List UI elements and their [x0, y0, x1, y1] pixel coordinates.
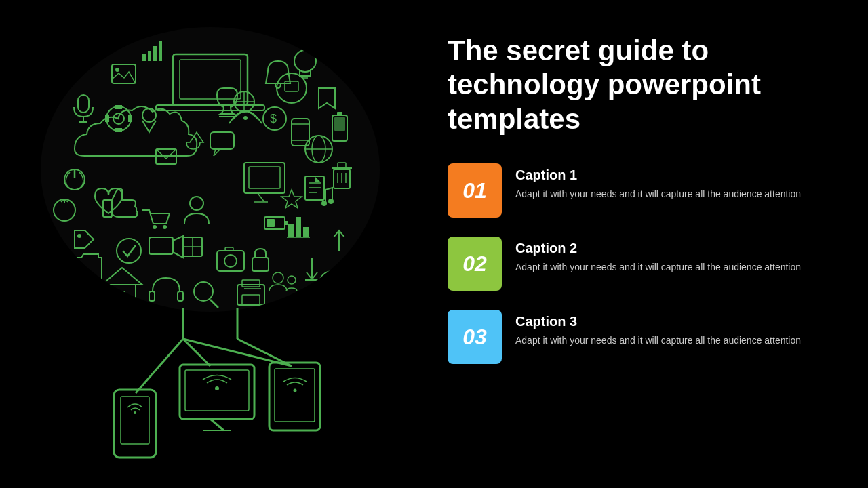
svg-point-18 [294, 389, 297, 392]
svg-rect-49 [267, 219, 275, 227]
svg-line-3 [136, 339, 183, 393]
svg-rect-65 [303, 227, 309, 237]
svg-rect-48 [285, 221, 288, 225]
caption-text-2: Caption 2Adapt it with your needs and it… [515, 237, 801, 274]
caption-title-2: Caption 2 [515, 241, 801, 256]
caption-title-3: Caption 3 [515, 314, 801, 329]
technology-cloud-illustration: .ic { fill: #4caf50; } [7, 14, 414, 474]
svg-point-71 [77, 234, 81, 238]
left-panel: .ic { fill: #4caf50; } [0, 0, 420, 488]
captions-container: 01Caption 1Adapt it with your needs and … [448, 163, 827, 383]
svg-point-101 [115, 68, 119, 72]
svg-line-82 [332, 285, 339, 288]
svg-point-1 [41, 27, 380, 312]
svg-rect-105 [159, 41, 162, 61]
svg-rect-57 [117, 291, 125, 304]
main-title: The secret guide to technology powerpoin… [448, 34, 827, 136]
svg-rect-29 [115, 105, 122, 109]
svg-line-13 [210, 419, 224, 430]
svg-rect-78 [337, 112, 342, 115]
svg-point-42 [153, 225, 157, 229]
svg-rect-104 [153, 46, 157, 61]
caption-number-3: 03 [448, 310, 502, 364]
svg-rect-103 [148, 51, 151, 61]
caption-text-1: Caption 1Adapt it with your needs and it… [515, 163, 801, 201]
svg-point-15 [215, 386, 219, 390]
right-panel: The secret guide to technology powerpoin… [420, 0, 868, 488]
svg-point-45 [321, 201, 327, 206]
svg-point-10 [134, 411, 136, 414]
caption-desc-2: Adapt it with your needs and it will cap… [515, 260, 801, 274]
caption-item-3: 03Caption 3Adapt it with your needs and … [448, 310, 827, 364]
svg-rect-30 [115, 128, 122, 132]
svg-rect-32 [128, 115, 132, 122]
caption-item-2: 02Caption 2Adapt it with your needs and … [448, 237, 827, 291]
caption-item-1: 01Caption 1Adapt it with your needs and … [448, 163, 827, 218]
caption-text-3: Caption 3Adapt it with your needs and it… [515, 310, 801, 348]
svg-point-46 [328, 199, 334, 204]
caption-number-1: 01 [448, 163, 502, 218]
caption-title-1: Caption 1 [515, 167, 801, 183]
caption-desc-3: Adapt it with your needs and it will cap… [515, 333, 801, 348]
svg-point-80 [319, 271, 346, 298]
svg-rect-17 [275, 369, 315, 422]
caption-number-2: 02 [448, 237, 502, 291]
svg-rect-63 [288, 224, 294, 237]
svg-rect-102 [142, 54, 146, 61]
svg-rect-79 [334, 117, 345, 131]
svg-rect-16 [269, 363, 320, 430]
svg-rect-64 [296, 217, 301, 237]
svg-point-36 [243, 116, 248, 120]
caption-desc-1: Adapt it with your needs and it will cap… [515, 187, 801, 201]
svg-text:$: $ [270, 112, 277, 125]
svg-point-43 [163, 225, 167, 229]
